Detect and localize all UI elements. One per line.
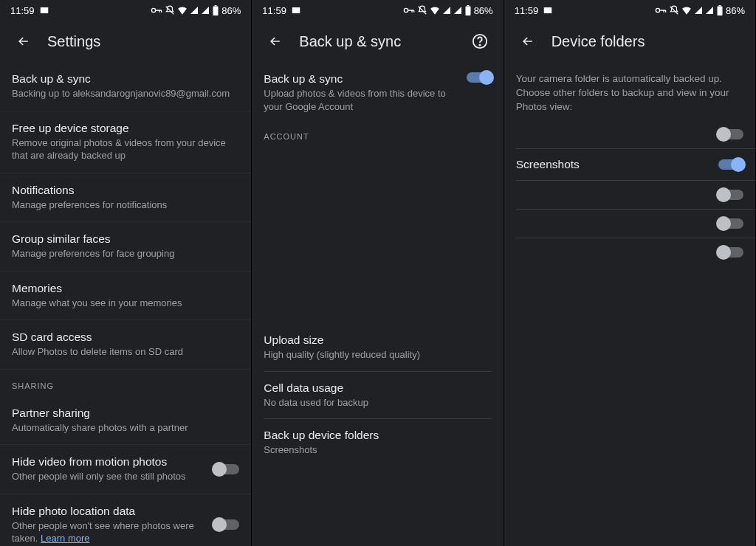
mute-icon [165,5,175,15]
svg-rect-5 [292,7,300,13]
folder-switch[interactable] [718,218,743,229]
back-button[interactable] [9,27,38,56]
item-hide-location[interactable]: Hide photo location data Other people wo… [0,494,251,546]
item-memories[interactable]: Memories Manage what you see in your mem… [0,272,251,321]
vpn-icon [655,7,667,14]
folder-switch[interactable] [718,129,743,139]
item-title: Notifications [12,184,239,197]
mute-icon [417,5,427,15]
signal-icon [694,6,703,15]
mute-icon [669,5,679,15]
item-title: Back up device folders [264,429,491,442]
status-time: 11:59 [515,5,539,16]
status-time: 11:59 [10,5,35,16]
status-bar: 11:59 86% [0,0,251,21]
item-sub: Manage preferences for face grouping [12,247,239,260]
signal-icon-2 [453,6,462,15]
signal-icon-2 [705,6,714,15]
hide-location-switch[interactable] [214,519,239,530]
vpn-icon [151,7,162,14]
item-partner-sharing[interactable]: Partner sharing Automatically share phot… [0,396,251,446]
app-bar: Back up & sync [252,21,503,62]
back-button[interactable] [261,27,290,56]
status-bar: 11:59 86% [252,0,503,21]
back-button[interactable] [513,27,543,56]
item-sub: Allow Photos to delete items on SD card [12,345,239,359]
item-notifications[interactable]: Notifications Manage preferences for not… [0,173,251,223]
item-device-folders[interactable]: Back up device folders Screenshots [264,419,491,466]
item-title: Group similar faces [12,232,239,246]
svg-rect-15 [717,6,722,15]
item-title: Upload size [264,334,491,347]
item-group-faces[interactable]: Group similar faces Manage preferences f… [0,222,251,272]
battery-icon [464,5,472,15]
app-bar: Settings [0,21,251,62]
item-sub: Screenshots [264,443,491,457]
hide-video-switch[interactable] [214,464,239,474]
svg-rect-4 [215,5,217,6]
backup-sub: Upload photos & videos from this device … [264,87,458,113]
notification-icon [291,5,301,15]
item-title: Hide video from motion photos [12,455,205,469]
sharing-header: SHARING [0,370,251,396]
folder-switch[interactable] [718,190,743,200]
item-sub: Other people won't see where photos were… [12,519,205,545]
status-time: 11:59 [262,5,286,16]
account-header: ACCOUNT [252,120,503,147]
battery-percent: 86% [221,5,241,16]
folder-row[interactable] [516,120,755,149]
signal-icon-2 [201,6,210,15]
svg-rect-3 [213,6,219,15]
device-intro: Your camera folder is automatically back… [504,62,755,120]
notification-icon [39,5,49,15]
folder-row[interactable] [516,210,755,238]
folder-switch[interactable] [718,247,743,258]
vpn-icon [403,7,415,14]
item-hide-video[interactable]: Hide video from motion photos Other peop… [0,445,251,494]
item-cell-data[interactable]: Cell data usage No data used for backup [264,372,491,420]
folder-label: Screenshots [516,158,580,171]
item-sub: Automatically share photos with a partne… [12,421,239,435]
item-title: Memories [12,282,239,295]
page-title: Back up & sync [299,33,401,50]
wifi-icon [177,6,188,15]
folder-row[interactable] [516,181,755,210]
notification-icon [543,5,553,15]
item-title: Back up & sync [12,72,239,86]
backup-sync-switch[interactable] [467,72,492,83]
item-backup-sync[interactable]: Back up & sync Backing up to aleksandaro… [0,62,251,111]
item-sub: No data used for backup [264,396,491,410]
item-sub: Manage what you see in your memories [12,297,239,310]
svg-rect-9 [467,5,469,6]
svg-rect-16 [719,5,721,6]
app-bar: Device folders [504,21,755,62]
svg-rect-8 [465,6,470,15]
signal-icon [442,6,451,15]
page-title: Settings [47,33,100,50]
item-title: SD card access [12,331,239,344]
signal-icon [190,6,199,15]
item-title: Partner sharing [12,407,239,420]
item-sub: Remove original photos & videos from you… [12,136,239,162]
folder-row[interactable] [516,238,755,266]
battery-percent: 86% [726,5,745,16]
item-free-storage[interactable]: Free up device storage Remove original p… [0,111,251,173]
folder-row-screenshots[interactable]: Screenshots [516,149,755,181]
help-button[interactable] [465,27,495,56]
item-sub: Backing up to aleksandarognjanovic89@gma… [12,87,239,100]
item-title: Hide photo location data [12,505,205,518]
backup-title: Back up & sync [264,72,458,86]
item-upload-size[interactable]: Upload size High quality (slightly reduc… [264,324,491,372]
folder-switch[interactable] [718,159,743,170]
svg-rect-0 [40,7,48,13]
learn-more-link[interactable]: Learn more [41,533,89,544]
item-sd-card[interactable]: SD card access Allow Photos to delete it… [0,320,251,370]
wifi-icon [681,6,692,15]
item-sub: Manage preferences for notifications [12,198,239,212]
item-title: Free up device storage [12,122,239,135]
item-sub: Other people will only see the still pho… [12,470,205,483]
svg-point-11 [479,44,480,45]
device-folders-screen: 11:59 86% Device folders Your camera fol… [504,0,756,546]
battery-percent: 86% [474,5,493,16]
svg-point-1 [152,8,156,12]
